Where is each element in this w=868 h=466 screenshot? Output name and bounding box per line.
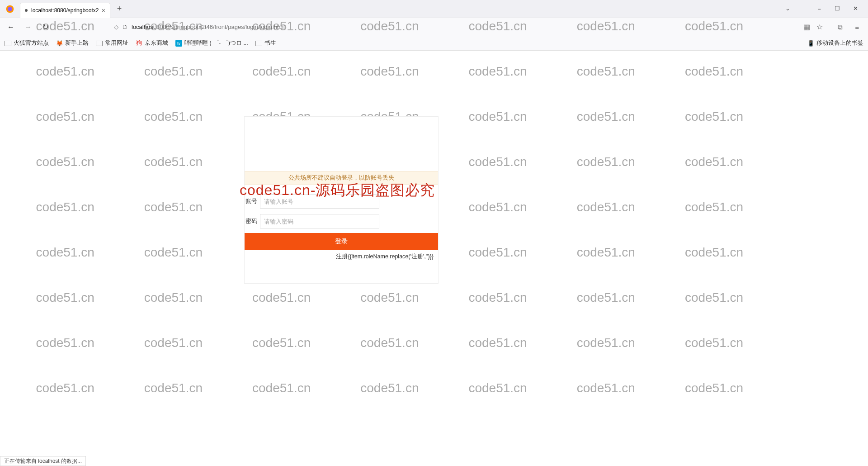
address-bar[interactable]: ◇ 🗋 localhost:8080/springbootx2t46/front… [110, 20, 829, 34]
shield-icon: ◇ [114, 24, 118, 30]
tabs-dropdown-icon[interactable]: ⌄ [784, 5, 791, 13]
status-bar: 正在传输来自 localhost 的数据... [0, 456, 86, 466]
password-label: 密码 [245, 217, 257, 225]
window-maximize-icon[interactable]: ☐ [834, 5, 841, 13]
nav-back-button[interactable]: ← [5, 21, 17, 33]
tab-title: localhost:8080/springbootx2 [31, 7, 99, 14]
page-content: cncode51.cncode51.cncode51.cncode51.cnco… [0, 51, 868, 456]
browser-titlebar: localhost:8080/springbootx2 × + ⌄ － ☐ ✕ [0, 0, 868, 18]
extensions-icon[interactable]: ⧉ [834, 23, 846, 31]
app-menu-icon[interactable]: ≡ [851, 23, 863, 31]
new-tab-button[interactable]: + [113, 3, 126, 15]
register-link[interactable]: 注册{{item.roleName.replace('注册','')}} [245, 250, 438, 261]
nav-forward-button[interactable]: → [22, 21, 34, 33]
lock-icon: 🗋 [122, 24, 128, 30]
password-input[interactable] [260, 214, 379, 228]
tab-close-icon[interactable]: × [102, 7, 105, 14]
window-minimize-icon[interactable]: － [816, 5, 823, 13]
nav-reload-button[interactable]: ↻ [39, 21, 52, 33]
bookmark-star-icon[interactable]: ☆ [816, 23, 823, 31]
folder-icon [255, 40, 262, 47]
bookmarks-toolbar: 火狐官方站点 🦊新手上路 常用网址 狗京东商城 tv哔哩哔哩 ( ゜- ゜)つロ… [0, 36, 868, 51]
folder-icon [5, 40, 11, 47]
svg-point-1 [8, 7, 12, 11]
bookmark-item[interactable]: 狗京东商城 [136, 39, 168, 47]
bilibili-icon: tv [175, 40, 182, 47]
browser-tab[interactable]: localhost:8080/springbootx2 × [20, 3, 110, 18]
bookmark-item[interactable]: 常用网址 [96, 39, 128, 47]
firefox-icon: 🦊 [56, 40, 63, 47]
login-header-area [245, 117, 438, 171]
bookmark-item[interactable]: 火狐官方站点 [5, 39, 49, 47]
login-button[interactable]: 登录 [245, 233, 438, 250]
bookmark-item[interactable]: 书生 [255, 39, 276, 47]
tab-loading-icon [25, 9, 28, 12]
jd-icon: 狗 [136, 40, 142, 47]
url-text: localhost:8080/springbootx2t46/front/pag… [132, 24, 800, 30]
browser-navbar: ← → ↻ ◇ 🗋 localhost:8080/springbootx2t46… [0, 18, 868, 36]
mobile-bookmarks[interactable]: 📱移动设备上的书签 [807, 39, 863, 47]
folder-icon [96, 40, 103, 47]
firefox-logo-icon [2, 1, 18, 17]
window-close-icon[interactable]: ✕ [852, 5, 859, 13]
mobile-icon: 📱 [807, 40, 814, 47]
bookmark-item[interactable]: tv哔哩哔哩 ( ゜- ゜)つロ ... [175, 39, 248, 47]
qr-icon[interactable]: ▦ [803, 23, 810, 31]
watermark-overlay-text: code51.cn-源码乐园盗图必究 [240, 181, 435, 200]
bookmark-item[interactable]: 🦊新手上路 [56, 39, 89, 47]
